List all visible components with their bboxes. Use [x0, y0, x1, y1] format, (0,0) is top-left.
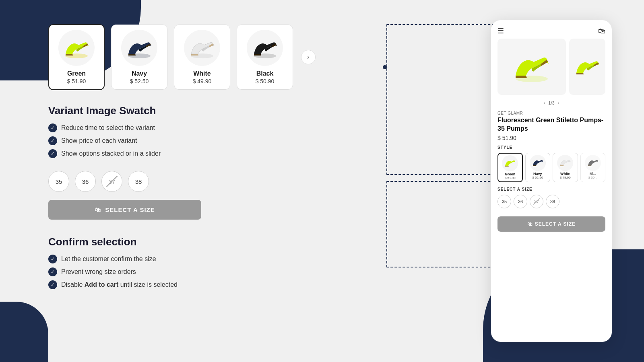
feature1-item-3: ✓ Show options stacked or in a slider [48, 149, 451, 158]
swatch-navy-price: $ 52.50 [130, 78, 149, 84]
check-icon-4: ✓ [48, 255, 57, 263]
mobile-swatch-green-name: Green [505, 172, 515, 176]
swatch-black-price: $ 50.90 [256, 78, 275, 84]
swatch-next-button[interactable]: › [301, 50, 316, 64]
mobile-swatch-navy-img [530, 155, 546, 171]
mobile-swatch-row: Green $ 51.90 Navy $ 52.50 [497, 153, 605, 182]
swatch-navy[interactable]: Navy $ 52.50 [111, 25, 167, 90]
prev-image-arrow[interactable]: ‹ [544, 101, 545, 105]
mobile-swatch-green-price: $ 51.90 [505, 176, 516, 180]
mobile-select-size-button[interactable]: 🛍 SELECT A SIZE [497, 216, 605, 232]
feature2-item-2: ✓ Prevent wrong size orders [48, 267, 451, 276]
mobile-swatch-navy[interactable]: Navy $ 52.50 [525, 153, 550, 182]
hamburger-icon[interactable]: ☰ [497, 27, 504, 35]
mobile-bag-icon: 🛍 [527, 221, 533, 227]
mobile-size-btn-35[interactable]: 35 [497, 195, 511, 208]
mobile-size-row: 35 36 37 38 [497, 195, 605, 208]
feature-confirm-selection: Confirm selection ✓ Let the customer con… [48, 236, 451, 289]
size-btn-35[interactable]: 35 [48, 171, 69, 192]
mobile-size-btn-36[interactable]: 36 [514, 195, 527, 208]
feature2-item-2-text: Prevent wrong size orders [61, 268, 136, 276]
mobile-select-size-label: SELECT A SIZE [535, 221, 576, 227]
mobile-brand: GET GLAMR [497, 111, 605, 115]
swatch-green-image [58, 30, 95, 66]
mobile-product-info: GET GLAMR Fluorescent Green Stiletto Pum… [491, 108, 612, 216]
swatch-navy-label: Navy [132, 70, 147, 77]
feature2-item-1-text: Let the customer confirm the size [61, 255, 156, 263]
check-icon-5: ✓ [48, 267, 57, 276]
mobile-swatch-green-img [502, 155, 518, 171]
swatch-white-label: White [193, 70, 211, 77]
swatch-white-image [184, 30, 220, 66]
feature1-title: Variant Image Swatch [48, 105, 451, 117]
mobile-swatch-black-img [585, 155, 601, 171]
swatch-green-label: Green [67, 70, 86, 77]
swatch-navy-image [121, 30, 157, 66]
mobile-size-btn-37[interactable]: 37 [530, 195, 543, 208]
select-size-button[interactable]: 🛍 SELECT A SIZE [48, 200, 201, 220]
mobile-header: ☰ 🛍 [491, 20, 612, 39]
mobile-product-price: $ 51.90 [497, 135, 605, 141]
selection-dot-1 [383, 65, 387, 69]
size-btn-37[interactable]: 37 [101, 171, 122, 192]
mobile-frame: ☰ 🛍 [491, 20, 612, 342]
mobile-swatch-green[interactable]: Green $ 51.90 [497, 153, 523, 182]
mobile-product-image-secondary [569, 39, 605, 95]
mobile-swatch-navy-price: $ 52.50 [532, 176, 543, 179]
feature1-item-1-text: Reduce time to select the variant [61, 124, 155, 132]
mobile-swatch-black-name: Bl... [590, 172, 597, 176]
feature1-item-3-text: Show options stacked or in a slider [61, 150, 161, 157]
feature2-list: ✓ Let the customer confirm the size ✓ Pr… [48, 255, 451, 289]
feature-variant-swatch: Variant Image Swatch ✓ Reduce time to se… [48, 105, 451, 158]
check-icon-1: ✓ [48, 123, 57, 132]
mobile-swatch-black-price: $ 50... [588, 176, 597, 179]
mobile-size-label: SELECT A SIZE [497, 187, 605, 191]
feature1-item-2-text: Show price of each variant [61, 137, 137, 144]
mobile-product-name: Fluorescent Green Stiletto Pumps- 35 Pum… [497, 116, 605, 133]
select-size-label: SELECT A SIZE [105, 206, 155, 213]
cart-icon[interactable]: 🛍 [598, 27, 605, 35]
mobile-size-btn-38[interactable]: 38 [546, 195, 559, 208]
mobile-swatch-white-img [557, 155, 573, 171]
size-selector-row: 35 36 37 38 [48, 171, 451, 192]
feature2-title: Confirm selection [48, 236, 451, 248]
left-panel: Green $ 51.90 Navy $ 52.50 [0, 0, 475, 362]
check-icon-6: ✓ [48, 280, 57, 289]
mobile-product-image-main [497, 39, 566, 95]
mobile-swatch-white[interactable]: White $ 49.90 [553, 153, 578, 182]
feature2-item-3-text: Disable Add to cart until size is select… [61, 281, 178, 288]
mobile-style-label: STYLE [497, 145, 605, 150]
feature2-item-1: ✓ Let the customer confirm the size [48, 255, 451, 263]
next-image-arrow[interactable]: › [558, 101, 559, 105]
feature2-item-3: ✓ Disable Add to cart until size is sele… [48, 280, 451, 289]
mobile-swatch-navy-name: Navy [533, 172, 542, 176]
mobile-swatch-white-name: White [560, 172, 570, 176]
check-icon-3: ✓ [48, 149, 57, 158]
swatch-green[interactable]: Green $ 51.90 [48, 24, 105, 90]
mobile-swatch-black[interactable]: Bl... $ 50... [580, 153, 605, 182]
size-btn-38[interactable]: 38 [128, 171, 149, 192]
feature1-item-2: ✓ Show price of each variant [48, 136, 451, 145]
swatch-white-price: $ 49.90 [193, 78, 212, 84]
chevron-right-icon: › [307, 53, 309, 61]
right-panel: ☰ 🛍 [475, 0, 644, 362]
mobile-product-images [491, 39, 612, 95]
image-pagination: ‹ 1/3 › [491, 98, 612, 108]
check-icon-2: ✓ [48, 136, 57, 145]
bag-icon: 🛍 [95, 206, 101, 213]
swatch-black-label: Black [256, 70, 274, 77]
swatch-white[interactable]: White $ 49.90 [174, 25, 230, 90]
pagination-text: 1/3 [548, 101, 554, 105]
swatch-black-image [247, 30, 283, 66]
size-btn-36[interactable]: 36 [75, 171, 96, 192]
swatch-green-price: $ 51.90 [67, 78, 86, 84]
swatch-black[interactable]: Black $ 50.90 [237, 25, 293, 90]
feature1-item-1: ✓ Reduce time to select the variant [48, 123, 451, 132]
mobile-swatch-white-price: $ 49.90 [560, 176, 571, 179]
feature1-list: ✓ Reduce time to select the variant ✓ Sh… [48, 123, 451, 158]
swatch-row: Green $ 51.90 Navy $ 52.50 [48, 24, 451, 90]
